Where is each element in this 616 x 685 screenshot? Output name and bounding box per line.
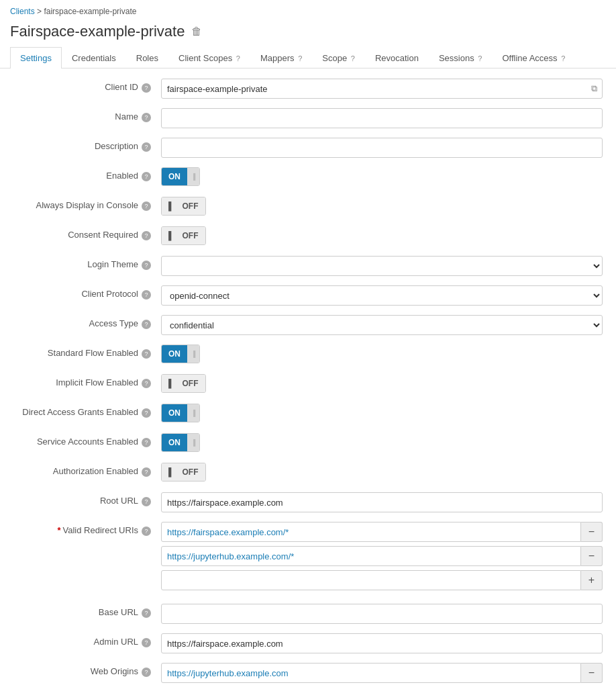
service-accounts-knob: ▐ (187, 434, 199, 451)
tab-mappers[interactable]: Mappers ? (250, 47, 312, 68)
client-protocol-row: Client Protocol ? openid-connect saml (13, 285, 603, 306)
service-accounts-on-label: ON (162, 434, 187, 451)
standard-flow-label: Standard Flow Enabled ? (13, 345, 161, 359)
always-display-label: Always Display in Console ? (13, 197, 161, 211)
add-redirect-uri-button[interactable]: + (581, 570, 603, 590)
implicit-flow-knob: ▐ (162, 375, 176, 392)
description-help-icon[interactable]: ? (142, 142, 151, 152)
client-protocol-label: Client Protocol ? (13, 285, 161, 300)
access-type-select[interactable]: confidential public bearer-only (161, 315, 603, 335)
web-origins-input-0[interactable] (161, 663, 581, 683)
authorization-enabled-off-label: OFF (176, 463, 205, 481)
direct-access-help-icon[interactable]: ? (142, 408, 151, 418)
base-url-input[interactable] (161, 604, 603, 624)
admin-url-help-icon[interactable]: ? (142, 638, 151, 647)
root-url-input[interactable] (161, 492, 603, 512)
consent-required-row: Consent Required ? ▐ OFF (13, 226, 603, 246)
remove-redirect-uri-1-button[interactable]: − (581, 546, 603, 566)
root-url-row: Root URL ? (13, 492, 603, 512)
direct-access-on-label: ON (162, 404, 187, 422)
authorization-enabled-toggle[interactable]: ▐ OFF (161, 463, 206, 482)
standard-flow-on-label: ON (162, 345, 187, 363)
client-id-label: Client ID ? (13, 79, 161, 93)
access-type-label: Access Type ? (13, 315, 161, 329)
implicit-flow-toggle[interactable]: ▐ OFF (161, 374, 206, 393)
client-protocol-select[interactable]: openid-connect saml (161, 285, 603, 306)
tab-bar: Settings Credentials Roles Client Scopes… (0, 47, 616, 68)
tab-roles[interactable]: Roles (126, 47, 168, 68)
standard-flow-help-icon[interactable]: ? (142, 349, 151, 359)
tab-sessions[interactable]: Sessions ? (429, 47, 493, 68)
consent-required-help-icon[interactable]: ? (142, 231, 151, 240)
tab-credentials[interactable]: Credentials (62, 47, 126, 68)
name-help-icon[interactable]: ? (142, 113, 151, 122)
always-display-row: Always Display in Console ? ▐ OFF (13, 197, 603, 217)
login-theme-help-icon[interactable]: ? (142, 261, 151, 270)
base-url-help-icon[interactable]: ? (142, 608, 151, 618)
tab-settings[interactable]: Settings (10, 47, 62, 68)
web-origins-row-0: − (161, 663, 603, 683)
tab-offline-access-help-icon: ? (561, 54, 565, 62)
enabled-toggle-on-label: ON (162, 168, 187, 185)
valid-redirect-uri-input-0[interactable] (161, 522, 581, 542)
web-origins-label: Web Origins ? (13, 663, 161, 677)
enabled-label: Enabled ? (13, 167, 161, 181)
name-input[interactable] (161, 108, 603, 128)
consent-required-toggle[interactable]: ▐ OFF (161, 226, 206, 245)
description-label: Description ? (13, 138, 161, 152)
tab-offline-access[interactable]: Offline Access ? (492, 47, 575, 68)
tab-revocation[interactable]: Revocation (365, 47, 429, 68)
name-label: Name ? (13, 108, 161, 122)
tab-sessions-help-icon: ? (478, 54, 482, 62)
delete-client-icon[interactable]: 🗑 (191, 26, 202, 38)
standard-flow-toggle[interactable]: ON ▐ (161, 345, 200, 363)
breadcrumb-parent-link[interactable]: Clients (10, 7, 35, 16)
always-display-toggle[interactable]: ▐ OFF (161, 197, 206, 216)
service-accounts-help-icon[interactable]: ? (142, 438, 151, 447)
valid-redirect-uri-row-1: − (161, 546, 603, 566)
client-protocol-help-icon[interactable]: ? (142, 290, 151, 300)
client-id-input[interactable] (161, 79, 603, 99)
implicit-flow-label: Implicit Flow Enabled ? (13, 374, 161, 388)
root-url-help-icon[interactable]: ? (142, 497, 151, 506)
always-display-help-icon[interactable]: ? (142, 201, 151, 211)
web-origins-help-icon[interactable]: ? (142, 668, 151, 677)
enabled-toggle[interactable]: ON ▐ (161, 167, 200, 186)
login-theme-select[interactable] (161, 256, 603, 276)
description-input[interactable] (161, 138, 603, 158)
valid-redirect-uris-row: * Valid Redirect URIs ? − − + (13, 522, 603, 594)
enabled-row: Enabled ? ON ▐ (13, 167, 603, 187)
copy-client-id-icon[interactable]: ⧉ (591, 83, 597, 94)
valid-redirect-uri-input-1[interactable] (161, 546, 581, 566)
direct-access-toggle[interactable]: ON ▐ (161, 404, 200, 422)
enabled-help-icon[interactable]: ? (142, 172, 151, 181)
authorization-enabled-help-icon[interactable]: ? (142, 467, 151, 477)
breadcrumb-separator: > (37, 7, 42, 16)
remove-redirect-uri-0-button[interactable]: − (581, 522, 603, 542)
tab-client-scopes[interactable]: Client Scopes ? (168, 47, 250, 68)
valid-redirect-uris-help-icon[interactable]: ? (142, 527, 151, 536)
implicit-flow-help-icon[interactable]: ? (142, 379, 151, 388)
page-header: Fairspace-example-private 🗑 (0, 19, 616, 47)
service-accounts-label: Service Accounts Enabled ? (13, 433, 161, 447)
admin-url-row: Admin URL ? (13, 633, 603, 653)
valid-redirect-uri-input-2[interactable] (161, 570, 581, 590)
settings-form: Client ID ? ⧉ Name ? Description ? (0, 68, 616, 685)
breadcrumb-current: fairspace-example-private (44, 7, 136, 16)
authorization-enabled-knob: ▐ (162, 463, 176, 481)
consent-required-off-label: OFF (176, 227, 205, 244)
consent-required-knob: ▐ (162, 227, 176, 244)
client-id-help-icon[interactable]: ? (142, 83, 151, 93)
remove-web-origin-0-button[interactable]: − (581, 663, 603, 683)
valid-redirect-uri-row-2: + (161, 570, 603, 590)
tab-client-scopes-help-icon: ? (236, 54, 240, 62)
name-row: Name ? (13, 108, 603, 128)
implicit-flow-row: Implicit Flow Enabled ? ▐ OFF (13, 374, 603, 394)
service-accounts-row: Service Accounts Enabled ? ON ▐ (13, 433, 603, 453)
login-theme-row: Login Theme ? (13, 256, 603, 276)
tab-scope[interactable]: Scope ? (312, 47, 365, 68)
admin-url-input[interactable] (161, 633, 603, 653)
access-type-help-icon[interactable]: ? (142, 320, 151, 329)
base-url-row: Base URL ? (13, 604, 603, 624)
service-accounts-toggle[interactable]: ON ▐ (161, 433, 200, 452)
